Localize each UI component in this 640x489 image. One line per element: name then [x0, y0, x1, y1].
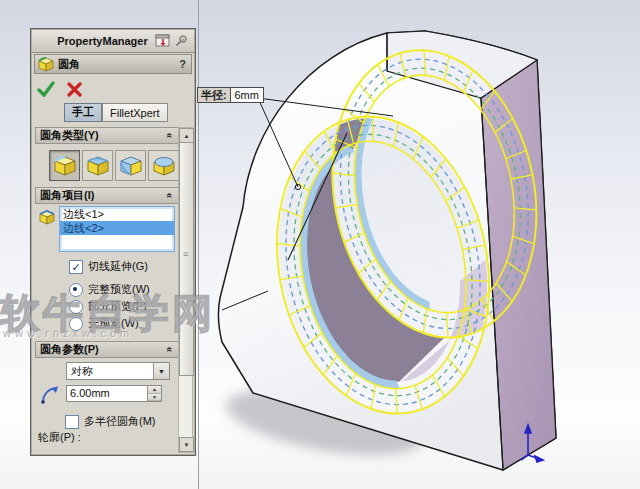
edge-list-item[interactable]: 边线<2>: [60, 221, 174, 235]
edge-item-label: 边线<2>: [63, 222, 104, 234]
scroll-down-button[interactable]: ▼: [179, 437, 194, 452]
parameters-group: 圆角参数(P) « 对称 ▼ 6.00mm ▲ ▼ 多半径: [35, 341, 179, 454]
ok-button[interactable]: [37, 81, 55, 97]
panel-title: PropertyManager: [32, 35, 155, 47]
tangent-propagation-checkbox[interactable]: ✓ 切线延伸(G): [69, 259, 148, 274]
profile-type-dropdown[interactable]: 对称 ▼: [66, 362, 170, 380]
constant-size-fillet-button[interactable]: [49, 150, 80, 181]
face-fillet-button[interactable]: [115, 150, 146, 181]
viewport-divider: [198, 0, 199, 489]
collapse-chevron-icon: «: [165, 133, 176, 139]
full-preview-radio[interactable]: 完整预览(W): [69, 282, 150, 297]
checkbox-checked-icon: ✓: [69, 260, 83, 274]
constant-size-fillet-icon: [53, 155, 77, 177]
scrollbar-thumb[interactable]: [179, 142, 194, 376]
fillet-type-group-header[interactable]: 圆角类型(Y) «: [35, 127, 179, 144]
scroll-up-button[interactable]: ▲: [179, 128, 194, 143]
parameters-group-title: 圆角参数(P): [40, 342, 167, 357]
fillet-type-group: 圆角类型(Y) «: [35, 127, 179, 185]
items-group-header[interactable]: 圆角项目(I) «: [35, 187, 179, 204]
profile-type-value: 对称: [67, 364, 153, 379]
radius-value[interactable]: 6.00mm: [67, 386, 147, 401]
spinner-down-button[interactable]: ▼: [148, 394, 161, 402]
variable-size-fillet-button[interactable]: [82, 150, 113, 181]
checkbox-icon: [65, 415, 79, 429]
no-preview-radio[interactable]: 无预览(W): [69, 316, 139, 331]
fillet-feature-icon: [38, 57, 54, 72]
face-fillet-icon: [119, 155, 143, 177]
no-preview-label: 无预览(W): [88, 316, 139, 331]
radio-icon: [69, 300, 83, 314]
collapse-chevron-icon: «: [165, 347, 176, 353]
mode-tabs: 手工 FilletXpert: [64, 103, 168, 122]
feature-title: 圆角: [58, 57, 179, 72]
variable-size-fillet-icon: [86, 155, 110, 177]
edge-selection-icon: [39, 209, 56, 226]
radio-selected-icon: [69, 283, 83, 297]
radius-icon: [39, 384, 61, 406]
items-group-title: 圆角项目(I): [40, 188, 167, 203]
feature-header: 圆角 ?: [34, 54, 192, 74]
full-round-fillet-button[interactable]: [148, 150, 179, 181]
auto-show-icon[interactable]: [155, 34, 171, 48]
radius-callout-value[interactable]: 6mm: [231, 87, 264, 103]
full-round-fillet-icon: [152, 155, 176, 177]
tab-manual[interactable]: 手工: [64, 103, 102, 122]
full-preview-label: 完整预览(W): [88, 282, 150, 297]
radius-callout[interactable]: 半径: 6mm: [197, 87, 264, 103]
multiple-radius-label: 多半径圆角(M): [84, 414, 156, 429]
partial-preview-radio[interactable]: 部分预览(P): [69, 299, 147, 314]
multiple-radius-checkbox[interactable]: 多半径圆角(M): [65, 414, 156, 429]
profile-label: 轮廓(P) :: [38, 430, 81, 445]
radio-icon: [69, 317, 83, 331]
radius-spinner[interactable]: 6.00mm ▲ ▼: [66, 385, 162, 402]
items-group: 圆角项目(I) « 边线<1> 边线<2> ✓ 切线延伸(G) 完整预览(W): [35, 187, 179, 334]
help-button[interactable]: ?: [179, 58, 186, 70]
viewport-canvas[interactable]: [200, 0, 640, 489]
pushpin-icon[interactable]: [174, 34, 188, 48]
panel-scrollbar[interactable]: ▲ ▼: [178, 127, 193, 453]
cancel-button[interactable]: [67, 82, 82, 97]
parameters-group-header[interactable]: 圆角参数(P) «: [35, 341, 179, 358]
fillet-type-group-title: 圆角类型(Y): [40, 128, 167, 143]
radius-callout-label: 半径:: [197, 87, 231, 103]
property-manager-panel: PropertyManager 圆角 ?: [30, 28, 196, 456]
collapse-chevron-icon: «: [165, 193, 176, 199]
edge-list[interactable]: 边线<1> 边线<2>: [59, 206, 175, 252]
tangent-propagation-label: 切线延伸(G): [88, 259, 148, 274]
tab-filletxpert-label: FilletXpert: [110, 107, 160, 119]
edge-item-label: 边线<1>: [63, 208, 104, 220]
partial-preview-label: 部分预览(P): [88, 299, 147, 314]
edge-list-item[interactable]: 边线<1>: [60, 207, 174, 221]
app-window: { "window": { "title": "PropertyManager"…: [0, 0, 640, 489]
spinner-up-button[interactable]: ▲: [148, 386, 161, 394]
tab-filletxpert[interactable]: FilletXpert: [102, 103, 168, 122]
chevron-down-icon[interactable]: ▼: [153, 363, 169, 379]
panel-title-bar: PropertyManager: [32, 30, 194, 53]
tab-manual-label: 手工: [72, 105, 94, 120]
